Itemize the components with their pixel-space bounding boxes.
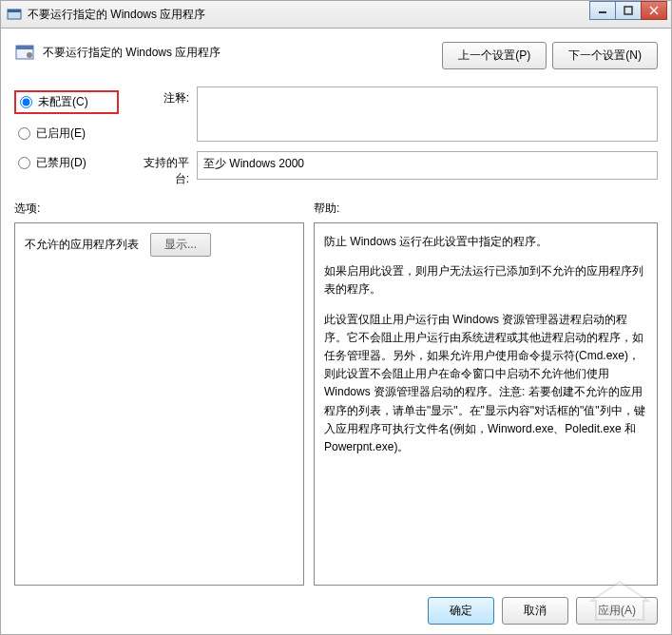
platform-row: 支持的平台: [130,151,658,187]
radio-not-configured-input[interactable] [20,96,32,108]
disallowed-list-label: 不允许的应用程序列表 [25,237,139,253]
options-panel: 不允许的应用程序列表 显示... [14,222,304,586]
prev-setting-button[interactable]: 上一个设置(P) [442,42,547,69]
comment-input[interactable] [197,87,658,142]
nav-buttons: 上一个设置(P) 下一个设置(N) [442,42,658,69]
window-controls [590,1,667,20]
radio-enabled[interactable]: 已启用(E) [14,124,119,144]
radio-enabled-label: 已启用(E) [36,125,86,142]
svg-rect-7 [16,46,33,49]
header-row: 不要运行指定的 Windows 应用程序 上一个设置(P) 下一个设置(N) [14,42,658,69]
help-section-label: 帮助: [314,201,339,217]
ok-button[interactable]: 确定 [428,597,494,625]
help-panel: 防止 Windows 运行在此设置中指定的程序。 如果启用此设置，则用户无法运行… [314,222,658,586]
comment-label: 注释: [130,87,189,106]
titlebar: 不要运行指定的 Windows 应用程序 [0,0,672,29]
footer: 确定 取消 应用(A) [14,586,658,625]
platform-label: 支持的平台: [130,151,189,187]
radio-disabled-label: 已禁用(D) [36,155,86,171]
svg-rect-1 [8,10,21,12]
window-title: 不要运行指定的 Windows 应用程序 [28,7,671,23]
show-button[interactable]: 显示... [150,233,211,257]
maximize-button[interactable] [615,1,642,20]
policy-icon [14,42,35,63]
header-left: 不要运行指定的 Windows 应用程序 [14,42,221,63]
window-body: 不要运行指定的 Windows 应用程序 上一个设置(P) 下一个设置(N) 未… [0,29,672,635]
options-section-label: 选项: [14,201,314,217]
svg-point-8 [27,52,32,58]
next-setting-button[interactable]: 下一个设置(N) [552,42,658,69]
cancel-button[interactable]: 取消 [502,597,568,625]
apply-button[interactable]: 应用(A) [576,597,658,625]
svg-rect-3 [624,7,632,14]
platform-value [197,151,658,180]
radio-not-configured[interactable]: 未配置(C) [14,90,119,114]
options-row: 不允许的应用程序列表 显示... [25,233,294,257]
help-p3: 此设置仅阻止用户运行由 Windows 资源管理器进程启动的程序。它不会阻止用户… [324,311,647,457]
config-section: 未配置(C) 已启用(E) 已禁用(D) 注释: 支持的平台: [14,87,658,187]
radio-disabled[interactable]: 已禁用(D) [14,153,119,173]
page-title: 不要运行指定的 Windows 应用程序 [43,45,221,61]
section-labels: 选项: 帮助: [14,201,658,217]
comment-row: 注释: [130,87,658,142]
panels: 不允许的应用程序列表 显示... 防止 Windows 运行在此设置中指定的程序… [14,222,658,586]
app-icon [7,7,22,22]
help-p2: 如果启用此设置，则用户无法运行已添加到不允许的应用程序列表的程序。 [324,262,647,298]
radio-disabled-input[interactable] [18,157,30,169]
fields-column: 注释: 支持的平台: [130,87,658,187]
radio-enabled-input[interactable] [18,127,30,140]
minimize-button[interactable] [589,1,616,20]
radio-group: 未配置(C) 已启用(E) 已禁用(D) [14,87,119,187]
close-button[interactable] [641,1,667,20]
radio-not-configured-label: 未配置(C) [38,94,88,110]
help-p1: 防止 Windows 运行在此设置中指定的程序。 [324,233,647,251]
